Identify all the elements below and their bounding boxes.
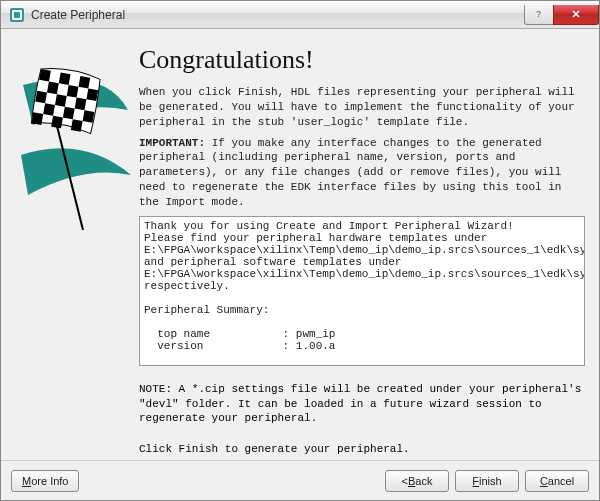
important-label: IMPORTANT: (139, 137, 205, 149)
svg-rect-13 (35, 91, 47, 104)
svg-rect-20 (51, 116, 63, 129)
window-controls: ? (525, 5, 599, 25)
svg-rect-9 (78, 76, 90, 89)
svg-rect-7 (39, 69, 51, 82)
help-button[interactable]: ? (524, 5, 554, 25)
click-finish-text: Click Finish to generate your peripheral… (139, 442, 585, 457)
svg-rect-16 (43, 103, 55, 116)
svg-rect-14 (55, 94, 67, 107)
close-button[interactable] (553, 5, 599, 25)
svg-rect-11 (67, 85, 79, 98)
intro-paragraph: When you click Finish, HDL files represe… (139, 85, 585, 130)
svg-rect-12 (86, 89, 98, 102)
button-bar: More Info < Back Finish Cancel (1, 460, 599, 500)
content-area: Congratulations! When you click Finish, … (1, 29, 599, 460)
svg-text:?: ? (536, 9, 541, 19)
svg-rect-19 (31, 112, 43, 125)
checkered-flag-icon (13, 55, 133, 235)
more-info-button[interactable]: More Info (11, 470, 79, 492)
page-title: Congratulations! (139, 45, 585, 75)
dialog-window: Create Peripheral ? (0, 0, 600, 501)
window-title: Create Peripheral (31, 8, 525, 22)
svg-rect-8 (59, 72, 71, 85)
svg-rect-2 (14, 12, 20, 18)
wizard-graphic-pane (5, 35, 135, 460)
wizard-body: Congratulations! When you click Finish, … (135, 35, 589, 460)
svg-rect-18 (83, 110, 95, 123)
svg-rect-10 (47, 82, 59, 95)
back-button[interactable]: < Back (385, 470, 449, 492)
app-icon (9, 7, 25, 23)
titlebar: Create Peripheral ? (1, 1, 599, 29)
svg-rect-21 (71, 119, 83, 132)
summary-textbox[interactable]: Thank you for using Create and Import Pe… (139, 216, 585, 366)
finish-button[interactable]: Finish (455, 470, 519, 492)
svg-rect-15 (75, 98, 87, 111)
cancel-button[interactable]: Cancel (525, 470, 589, 492)
svg-rect-17 (63, 107, 75, 120)
important-paragraph: IMPORTANT: If you make any interface cha… (139, 136, 585, 210)
note-text: NOTE: A *.cip settings file will be crea… (139, 382, 585, 427)
